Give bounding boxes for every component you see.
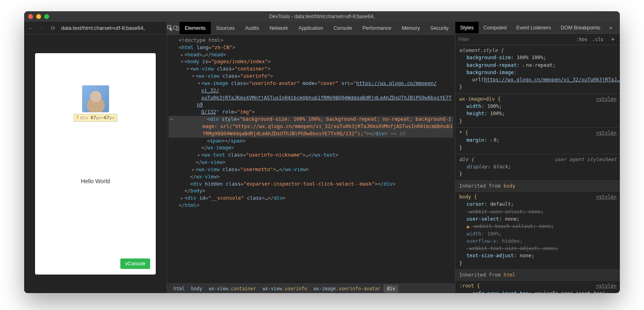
styles-pane: Styles Computed Event Listeners DOM Brea… xyxy=(455,22,620,293)
hello-world-text: Hello World xyxy=(81,178,110,184)
crumb-div[interactable]: div xyxy=(384,285,398,293)
tag-body[interactable]: body xyxy=(187,59,199,64)
rule-source-link[interactable]: <style> xyxy=(596,193,617,200)
crumb-avatar[interactable]: wx-image.userinfo-avatar xyxy=(310,285,384,293)
tag-wxview-container[interactable]: wx-view xyxy=(193,66,214,72)
style-rules-list[interactable]: element.style { background-size: 100% 10… xyxy=(455,45,620,293)
close-window-button[interactable] xyxy=(28,14,33,19)
elements-pane: Elements Sources Audits Network Applicat… xyxy=(167,22,455,293)
tab-application[interactable]: Application xyxy=(293,22,328,34)
window-title: DevTools - data:text/html;charset=utf-8;… xyxy=(24,14,620,19)
crumb-html[interactable]: html xyxy=(170,285,188,293)
cls-toggle[interactable]: .cls xyxy=(590,37,606,42)
selected-dom-node[interactable]: <div style="background-size: 100% 100%; … xyxy=(169,116,453,137)
inherited-from-body: Inherited from body xyxy=(455,181,620,192)
dom-tree[interactable]: <!doctype html> <html lang="zh-CN"> <hea… xyxy=(167,35,455,283)
warning-icon: ▲ xyxy=(466,223,469,229)
styles-tabs-overflow-icon[interactable]: » xyxy=(605,22,617,33)
device-pane: ← → ⟳ data:text/html;charset=utf-8;base6… xyxy=(24,22,167,293)
hov-toggle[interactable]: :hov xyxy=(574,37,590,42)
tag-wximage[interactable]: <wx-image class="userinfo-avatar" mode="… xyxy=(169,80,453,116)
expand-arrow-icon[interactable] xyxy=(197,152,201,159)
tab-elements[interactable]: Elements xyxy=(180,22,211,34)
tab-console[interactable]: Console xyxy=(328,22,357,34)
rule-source-link[interactable]: <style> xyxy=(596,282,617,289)
nav-forward-icon[interactable]: → xyxy=(39,25,45,31)
dom-breadcrumb: html body wx-view.container wx-view.user… xyxy=(167,283,455,293)
crumb-body[interactable]: body xyxy=(188,285,206,293)
tag-head[interactable]: head xyxy=(187,52,199,58)
expand-arrow-icon[interactable] xyxy=(186,66,190,73)
inherited-from-html: Inherited from html xyxy=(455,270,620,281)
crumb-container[interactable]: wx-view.container xyxy=(205,285,259,293)
tab-network[interactable]: Network xyxy=(264,22,293,34)
svg-rect-1 xyxy=(177,27,179,30)
address-bar: ← → ⟳ data:text/html;charset=utf-8;base6… xyxy=(24,22,167,35)
nav-back-icon[interactable]: ← xyxy=(28,25,34,31)
window-titlebar: DevTools - data:text/html;charset=utf-8;… xyxy=(24,11,620,22)
expand-arrow-icon[interactable] xyxy=(191,73,196,80)
tab-event-listeners[interactable]: Event Listeners xyxy=(512,22,556,33)
element-dimensions-tooltip: T div 67 px × 67 px xyxy=(74,114,117,122)
doctype-line: <!doctype html> xyxy=(179,37,223,43)
avatar-preview[interactable] xyxy=(82,85,109,112)
expand-arrow-icon[interactable] xyxy=(191,166,196,174)
device-preview-area: T div 67 px × 67 px Hello World vConsole xyxy=(24,35,167,293)
inspect-element-icon[interactable] xyxy=(167,22,173,34)
expand-arrow-icon[interactable] xyxy=(197,80,201,87)
tooltip-times: × xyxy=(101,115,104,120)
expand-arrow-icon[interactable] xyxy=(180,195,184,202)
styles-filter-bar: :hov .cls ＋ xyxy=(455,34,620,45)
tab-memory[interactable]: Memory xyxy=(396,22,425,34)
styles-tabs: Styles Computed Event Listeners DOM Brea… xyxy=(455,22,620,34)
tag-span[interactable]: span xyxy=(210,138,222,144)
tab-performance[interactable]: Performance xyxy=(357,22,397,34)
tab-security[interactable]: Security xyxy=(425,22,454,34)
tooltip-prefix: T xyxy=(76,115,79,120)
address-text[interactable]: data:text/html;charset=utf-8;base64, xyxy=(61,25,163,31)
rule-star[interactable]: * {<style> margin: ▸0; } xyxy=(455,128,620,154)
vconsole-button[interactable]: vConsole xyxy=(120,258,150,269)
rule-root[interactable]: :root {<style> --safe-area-inset-top: en… xyxy=(455,281,620,293)
device-toolbar-icon[interactable] xyxy=(173,22,180,34)
tag-html[interactable]: html xyxy=(182,45,194,50)
crumb-userinfo[interactable]: wx-view.userinfo xyxy=(259,285,310,293)
tooltip-tag: div xyxy=(80,115,88,120)
tag-wxtext[interactable]: wx-text xyxy=(204,152,225,158)
nav-reload-icon[interactable]: ⟳ xyxy=(51,25,56,31)
minimize-window-button[interactable] xyxy=(36,14,41,19)
tab-styles[interactable]: Styles xyxy=(455,22,479,33)
rule-source-link[interactable]: <style> xyxy=(596,129,617,136)
rule-selector: element.style { xyxy=(459,47,617,54)
content-area: ← → ⟳ data:text/html;charset=utf-8;base6… xyxy=(24,22,620,293)
device-frame: T div 67 px × 67 px Hello World vConsole xyxy=(35,53,156,275)
rule-div-ua[interactable]: div {user agent stylesheet display: bloc… xyxy=(455,154,620,181)
tooltip-width: 67 xyxy=(91,115,96,120)
tooltip-px2: px xyxy=(109,115,115,120)
rule-element-style[interactable]: element.style { background-size: 100% 10… xyxy=(455,45,620,94)
window-controls xyxy=(28,14,49,19)
tab-computed[interactable]: Computed xyxy=(479,22,512,33)
rule-wximage-div[interactable]: wx-image>div {<style> width: 100%; heigh… xyxy=(455,94,620,128)
styles-filter-input[interactable] xyxy=(455,34,574,45)
tooltip-height: 67 xyxy=(104,115,109,120)
devtools-window: DevTools - data:text/html;charset=utf-8;… xyxy=(24,11,620,293)
tab-audits[interactable]: Audits xyxy=(240,22,264,34)
tag-vconsole-div[interactable]: div xyxy=(187,195,196,201)
new-style-rule-icon[interactable]: ＋ xyxy=(606,35,620,43)
tag-wxview-userinfo[interactable]: wx-view xyxy=(198,73,219,79)
maximize-window-button[interactable] xyxy=(44,14,49,19)
tag-wxview-usermotto[interactable]: wx-view xyxy=(198,167,219,172)
tab-dom-breakpoints[interactable]: DOM Breakpoints xyxy=(556,22,605,33)
devtools-tabs: Elements Sources Audits Network Applicat… xyxy=(167,22,455,35)
rule-body[interactable]: body {<style> cursor: default; -webkit-u… xyxy=(455,192,620,270)
rule-source-link[interactable]: <style> xyxy=(596,95,617,103)
tooltip-px1: px xyxy=(96,115,101,120)
expand-arrow-icon[interactable] xyxy=(180,58,184,66)
tag-mask-div[interactable]: div xyxy=(193,181,202,187)
expand-arrow-icon[interactable] xyxy=(180,52,184,59)
tab-sources[interactable]: Sources xyxy=(211,22,240,34)
